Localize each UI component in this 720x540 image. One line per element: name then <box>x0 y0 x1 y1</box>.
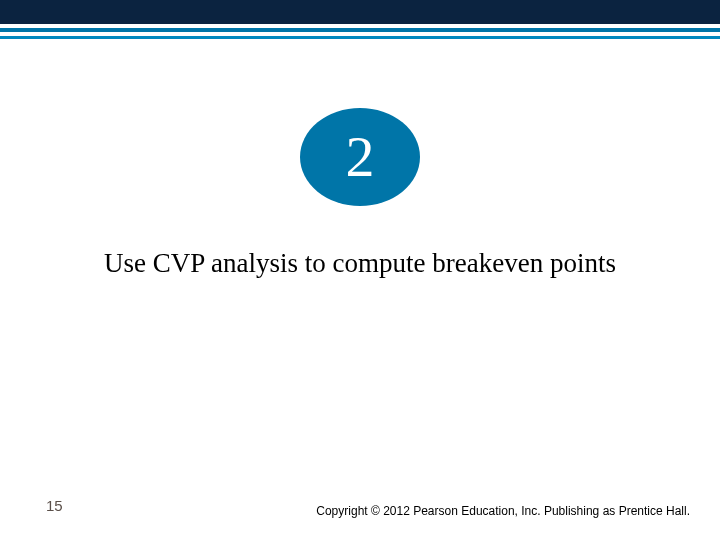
objective-badge: 2 <box>300 108 420 206</box>
copyright-text: Copyright © 2012 Pearson Education, Inc.… <box>316 504 690 518</box>
objective-number: 2 <box>346 128 375 186</box>
slide-content: 2 Use CVP analysis to compute breakeven … <box>0 0 720 540</box>
slide-heading: Use CVP analysis to compute breakeven po… <box>0 248 720 279</box>
page-number: 15 <box>46 497 63 514</box>
